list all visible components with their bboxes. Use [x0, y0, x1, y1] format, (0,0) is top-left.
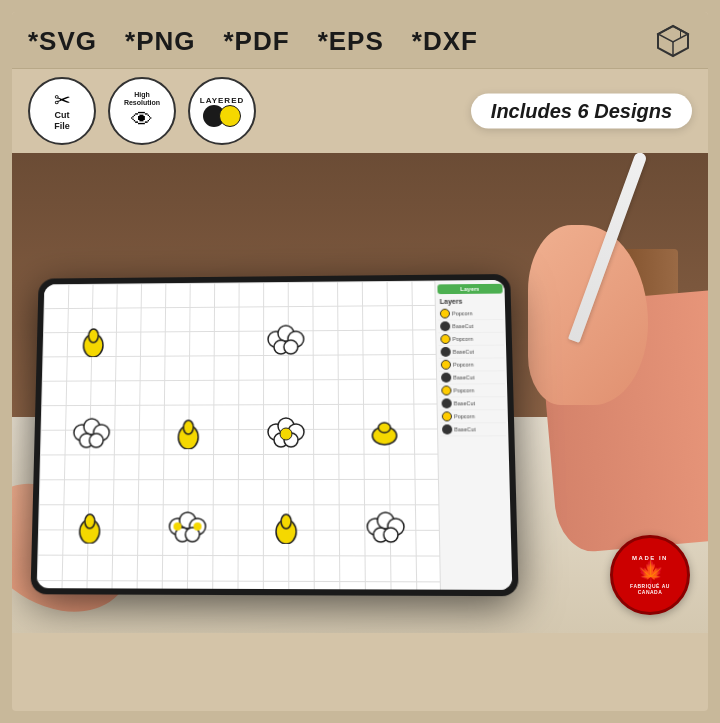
layer-name-7: Popcorn	[453, 387, 474, 393]
layered-icons	[203, 105, 241, 127]
layer-name-2: BaseCut	[452, 323, 473, 329]
layer-item-1: Popcorn	[438, 307, 504, 320]
tablet-screen-inner: Layers Layers Popcorn BaseCut	[37, 280, 513, 590]
popcorn-cell-10	[140, 482, 235, 573]
layer-item-8: BaseCut	[439, 397, 505, 410]
popcorn-cell-2	[143, 297, 236, 385]
layer-item-9: Popcorn	[440, 410, 506, 423]
layer-item-2: BaseCut	[438, 320, 504, 333]
popcorn-cell-5	[44, 389, 138, 478]
format-png: *PNG	[125, 26, 195, 57]
layer-item-3: Popcorn	[438, 333, 504, 346]
format-labels: *SVG *PNG *PDF *EPS *DXF	[28, 26, 478, 57]
format-svg: *SVG	[28, 26, 97, 57]
layer-yellow-circle	[219, 105, 241, 127]
layers-title: Layers	[438, 296, 503, 305]
layer-name-9: Popcorn	[454, 413, 475, 419]
popcorn-cell-1	[47, 298, 140, 386]
svg-point-34	[193, 522, 201, 530]
layer-name-1: Popcorn	[452, 310, 473, 316]
main-container: *SVG *PNG *PDF *EPS *DXF ✂ C	[0, 0, 720, 723]
layer-thumb-3	[440, 334, 450, 344]
layer-name-4: BaseCut	[453, 349, 474, 355]
eye-icon: 👁	[131, 109, 153, 131]
layer-thumb-9	[442, 411, 452, 421]
svg-point-25	[378, 423, 390, 433]
layer-thumb-10	[442, 424, 452, 434]
layer-thumb-5	[441, 360, 451, 370]
layer-item-10: BaseCut	[440, 423, 506, 436]
popcorn-cell-8	[337, 388, 433, 478]
photo-simulation: Layers Layers Popcorn BaseCut	[12, 153, 708, 633]
layer-thumb-8	[442, 398, 452, 408]
svg-point-10	[284, 340, 298, 354]
svg-point-15	[89, 434, 103, 448]
scissors-icon: ✂	[54, 90, 71, 110]
layer-thumb-7	[441, 386, 451, 396]
box-icon	[654, 22, 692, 60]
popcorn-cell-12	[337, 482, 434, 574]
svg-point-27	[85, 514, 95, 528]
high-res-badge: High Resolution 👁	[108, 77, 176, 145]
high-res-top-text: High Resolution	[124, 91, 160, 108]
layer-thumb-6	[441, 373, 451, 383]
format-dxf: *DXF	[412, 26, 478, 57]
popcorn-cell-6	[141, 389, 235, 479]
layer-item-5: Popcorn	[439, 358, 505, 371]
format-pdf: *PDF	[224, 26, 290, 57]
layer-name-6: BaseCut	[453, 374, 474, 380]
layer-thumb-2	[440, 321, 450, 331]
svg-point-41	[384, 528, 398, 542]
svg-point-17	[183, 420, 193, 434]
layer-name-3: Popcorn	[452, 336, 473, 342]
format-eps: *EPS	[318, 26, 384, 57]
tablet-in-scene: Layers Layers Popcorn BaseCut	[30, 274, 518, 596]
cut-file-text: Cut File	[54, 110, 70, 132]
layer-name-8: BaseCut	[454, 400, 476, 406]
popcorn-cell-11	[239, 482, 335, 574]
popcorn-cell-7	[239, 388, 334, 478]
layer-thumb-1	[440, 309, 450, 319]
svg-point-5	[88, 329, 98, 343]
svg-point-36	[281, 514, 291, 528]
canada-maple-icon: 🍁	[637, 561, 664, 583]
canada-text-bottom: FABRIQUÉ AU CANADA	[630, 583, 670, 596]
includes-badge: Includes 6 Designs	[471, 94, 692, 129]
badge-strip: ✂ Cut File High Resolution 👁 LAYERED	[12, 69, 708, 153]
inner-frame: *SVG *PNG *PDF *EPS *DXF ✂ C	[12, 12, 708, 711]
popcorn-cell-9	[42, 482, 137, 573]
popcorn-cell-4	[336, 295, 431, 384]
svg-marker-1	[658, 26, 688, 42]
layer-item-6: BaseCut	[439, 371, 505, 384]
format-bar: *SVG *PNG *PDF *EPS *DXF	[12, 12, 708, 69]
layers-panel: Layers Layers Popcorn BaseCut	[434, 280, 512, 590]
svg-point-23	[280, 428, 292, 440]
photo-area: Layers Layers Popcorn BaseCut	[12, 153, 708, 633]
layer-item-4: BaseCut	[439, 346, 505, 359]
layered-top-text: LAYERED	[200, 96, 245, 105]
layer-item-7: Popcorn	[439, 384, 505, 397]
canvas-area	[37, 281, 440, 590]
canada-badge: MADE IN 🍁 FABRIQUÉ AU CANADA	[610, 535, 690, 615]
popcorn-grid-container	[42, 295, 435, 574]
popcorn-cell-3	[239, 296, 333, 385]
layer-thumb-4	[441, 347, 451, 357]
layers-header-btn[interactable]: Layers	[437, 284, 502, 294]
includes-text: Includes 6 Designs	[491, 100, 672, 122]
layered-badge: LAYERED	[188, 77, 256, 145]
cut-file-badge: ✂ Cut File	[28, 77, 96, 145]
layer-name-10: BaseCut	[454, 426, 476, 432]
layer-name-5: Popcorn	[453, 362, 474, 368]
